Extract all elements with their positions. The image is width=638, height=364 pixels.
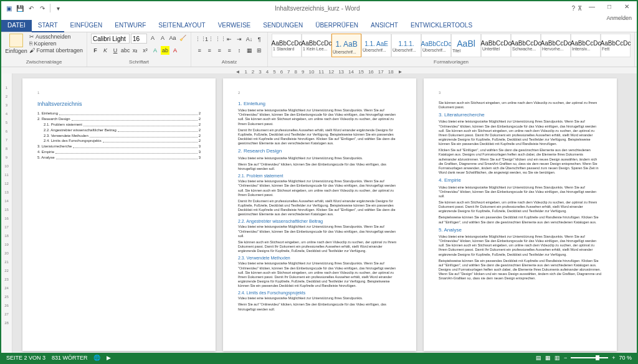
font-name-combo[interactable] — [91, 34, 130, 44]
toc-title: Inhaltsverzeichnis — [37, 101, 201, 108]
signin-link[interactable]: Anmelden — [1, 15, 637, 20]
style-Titel[interactable]: AaBlTitel — [451, 34, 481, 57]
italic-icon[interactable]: K — [101, 46, 110, 55]
style-Schwache...[interactable]: AaBbCcDcSchwache... — [511, 34, 541, 57]
view-print-icon[interactable]: ▦ — [545, 355, 551, 361]
toc-entry[interactable]: 2.1. Problem statement2 — [37, 123, 201, 128]
style-Überschrif...[interactable]: 1. AaBÜberschrif... — [331, 34, 361, 57]
view-web-icon[interactable]: ▥ — [555, 355, 560, 361]
group-font: A A Aa 🧹 F K U abc x₂ x² A ab A Schrifta… — [87, 32, 191, 67]
zoom-in-icon[interactable]: + — [612, 355, 615, 361]
page-1: 1 Inhaltsverzeichnis 1. Einleitung22. Re… — [22, 78, 216, 351]
font-size-combo[interactable] — [131, 34, 147, 44]
status-words[interactable]: 831 WÖRTER — [52, 355, 87, 361]
increase-indent-icon[interactable]: ⇥ — [235, 35, 244, 44]
page-3: 3 Sie können auch ein Stichwort eingeben… — [424, 78, 617, 351]
subscript-icon[interactable]: x₂ — [131, 46, 140, 55]
style-Überschrif...[interactable]: AaBbCcDcÜberschrif... — [421, 34, 451, 57]
show-marks-icon[interactable]: ¶ — [255, 35, 264, 44]
tab-developer[interactable]: ENTWICKLERTOOLS — [404, 20, 478, 32]
style-Intensiv...[interactable]: AaBbCcDcIntensiv... — [571, 34, 601, 57]
qat-customize-icon[interactable]: ▾ — [53, 3, 63, 13]
group-styles: AaBbCcDc1 StandardAaBbCcDc1 Kein Lee...1… — [268, 32, 635, 67]
tab-start[interactable]: START — [32, 20, 64, 32]
underline-icon[interactable]: U — [111, 46, 120, 55]
undo-icon[interactable]: ↶ — [26, 3, 36, 13]
status-language-icon[interactable]: 🌐 — [93, 355, 100, 361]
line-spacing-icon[interactable]: ↕ — [235, 46, 244, 55]
numbering-icon[interactable]: 1⋮ — [205, 35, 214, 44]
shading-icon[interactable]: ▦ — [245, 46, 254, 55]
grow-font-icon[interactable]: A — [148, 34, 157, 42]
toc-entry[interactable]: 2.2. Angestrebter wissenschaftlicher Bei… — [37, 128, 201, 133]
tab-references[interactable]: VERWEISE — [212, 20, 257, 32]
tab-design[interactable]: ENTWURF — [108, 20, 152, 32]
ribbon-display-icon[interactable]: ⊼ — [578, 5, 582, 12]
status-page[interactable]: SEITE 2 VON 3 — [6, 355, 45, 361]
zoom-level[interactable]: 70 % — [619, 355, 632, 361]
toc-entry[interactable]: 4. Empirie3 — [37, 150, 201, 155]
superscript-icon[interactable]: x² — [141, 46, 150, 55]
toc-entry[interactable]: 2.3. Verwendete Methoden2 — [37, 134, 201, 139]
zoom-out-icon[interactable]: − — [564, 355, 567, 361]
toc-entry[interactable]: 5. Analyse3 — [37, 156, 201, 161]
style-Hervorhe...[interactable]: AaBbCcDcHervorhe... — [541, 34, 571, 57]
zoom-slider[interactable] — [571, 357, 608, 358]
bold-icon[interactable]: F — [91, 46, 100, 55]
font-color-icon[interactable]: A — [171, 46, 179, 55]
style-Fett[interactable]: AaBbCcDcFett — [601, 34, 631, 57]
bullets-icon[interactable]: ⋮⋮ — [195, 35, 204, 44]
style-Überschrif...[interactable]: 1.1.1.Überschrif... — [391, 34, 421, 57]
align-center-icon[interactable]: ≡ — [205, 46, 214, 55]
close-button[interactable]: ✕ — [619, 3, 634, 13]
text-effects-icon[interactable]: A — [151, 46, 160, 55]
minimize-button[interactable]: — — [584, 3, 599, 13]
toc-entry[interactable]: 2. Research Design2 — [37, 117, 201, 122]
document-title: Inhaltsverzeichnis_kurz - Word — [63, 5, 571, 12]
toc-entry[interactable]: 3. Literaturrecherche3 — [37, 144, 201, 149]
multilevel-icon[interactable]: ⋮⋮ — [215, 35, 224, 44]
tab-insert[interactable]: EINFÜGEN — [64, 20, 109, 32]
align-left-icon[interactable]: ≡ — [195, 46, 204, 55]
sort-icon[interactable]: A↓ — [245, 35, 254, 44]
redo-icon[interactable]: ↷ — [37, 3, 47, 13]
tab-layout[interactable]: SEITENLAYOUT — [152, 20, 211, 32]
page-2: 2 1. Einleitung Video bietet eine leistu… — [223, 78, 416, 351]
borders-icon[interactable]: ⊞ — [255, 46, 264, 55]
quick-access-toolbar: ▣ 💾 ↶ ↷ ▾ — [4, 3, 63, 13]
tab-view[interactable]: ANSICHT — [364, 20, 404, 32]
align-right-icon[interactable]: ≡ — [215, 46, 224, 55]
highlight-icon[interactable]: ab — [161, 46, 169, 55]
statusbar: SEITE 2 VON 3 831 WÖRTER 🌐 ▶ ▤ ▦ ▥ − + 7… — [1, 353, 637, 363]
format-painter-button[interactable]: 🖌 Format übertragen — [29, 47, 83, 54]
cut-button[interactable]: ✂ Ausschneiden — [29, 34, 83, 40]
toc-entry[interactable]: 1. Einleitung2 — [37, 111, 201, 116]
shrink-font-icon[interactable]: A — [158, 34, 167, 42]
copy-button[interactable]: ⎘ Kopieren — [29, 40, 83, 47]
decrease-indent-icon[interactable]: ⇤ — [225, 35, 234, 44]
style-1 Kein Lee...[interactable]: AaBbCcDc1 Kein Lee... — [302, 34, 331, 57]
status-macro-icon[interactable]: ▶ — [107, 355, 111, 361]
change-case-icon[interactable]: Aa — [168, 34, 177, 42]
workspace: 1234567891011121314151617181920212223242… — [1, 73, 637, 353]
save-icon[interactable]: 💾 — [15, 3, 25, 13]
page-area[interactable]: 1 Inhaltsverzeichnis 1. Einleitung22. Re… — [12, 73, 637, 353]
justify-icon[interactable]: ≡ — [225, 46, 234, 55]
style-Überschrif...[interactable]: 1.1. AaEÜberschrif... — [361, 34, 391, 57]
group-edit: 🔍 Suchen ▾ ab Ersetzen ▭ Markieren ▾ Bea… — [635, 32, 638, 67]
toc-entry[interactable]: 2.4. Limits des Forschungsprojekts2 — [37, 139, 201, 144]
tab-file[interactable]: DATEI — [1, 20, 32, 32]
view-read-icon[interactable]: ▤ — [536, 355, 541, 361]
strike-icon[interactable]: abc — [121, 46, 130, 55]
style-1 Standard[interactable]: AaBbCcDc1 Standard — [272, 34, 302, 57]
paste-button[interactable]: Einfügen — [5, 34, 27, 54]
restore-button[interactable]: □ — [602, 3, 617, 13]
group-clipboard: Einfügen ✂ Ausschneiden ⎘ Kopieren 🖌 For… — [1, 32, 87, 67]
group-paragraph: ⋮⋮ 1⋮ ⋮⋮ ⇤ ⇥ A↓ ¶ ≡ ≡ ≡ ≡ ↕ ▦ ⊞ Absatz — [191, 32, 268, 67]
tab-mailings[interactable]: SENDUNGEN — [257, 20, 309, 32]
clear-format-icon[interactable]: 🧹 — [178, 34, 187, 42]
tab-review[interactable]: ÜBERPRÜFEN — [309, 20, 364, 32]
ribbon-tabs: DATEI START EINFÜGEN ENTWURF SEITENLAYOU… — [1, 20, 637, 32]
style-Untertitel[interactable]: AaBbCcDcUntertitel — [481, 34, 511, 57]
help-icon[interactable]: ? — [571, 5, 575, 12]
